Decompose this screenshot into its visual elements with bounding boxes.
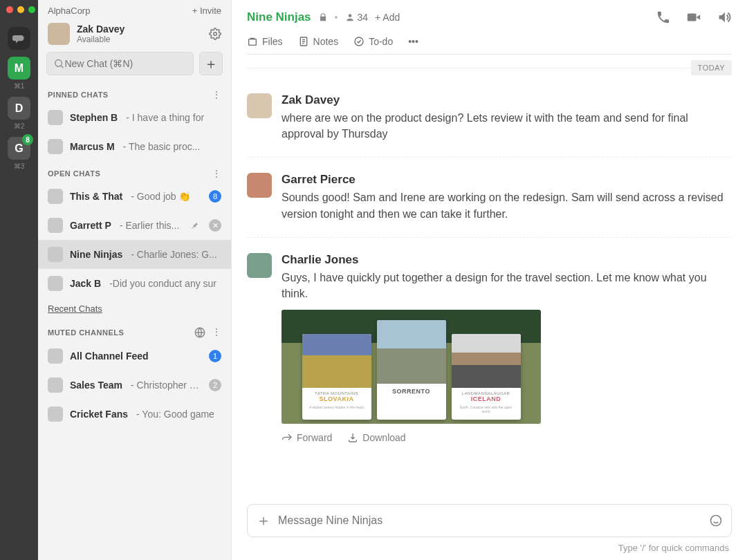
section-muted: MUTED CHANNELS (48, 328, 124, 337)
call-icon[interactable] (656, 10, 671, 25)
workspace-shortcut: ⌘3 (14, 162, 25, 170)
avatar[interactable] (247, 173, 272, 198)
add-member-button[interactable]: + Add (375, 12, 400, 23)
workspace-switch-g[interactable]: G8 (8, 137, 30, 160)
tab-todo[interactable]: To-do (353, 36, 393, 54)
avatar (48, 348, 63, 364)
chat-list-item[interactable]: Garrett P - Earlier this...✕ (38, 211, 231, 240)
avatar (48, 110, 63, 125)
section-pinned: PINNED CHATS (48, 91, 109, 99)
avatar (48, 377, 63, 393)
svg-rect-4 (688, 14, 697, 21)
workspace-shortcut: ⌘1 (14, 82, 25, 90)
forward-button[interactable]: Forward (282, 432, 332, 443)
chat-list-item[interactable]: Jack B -Did you conduct any sur (38, 269, 231, 298)
unread-badge: 2 (209, 379, 221, 391)
message-sender[interactable]: Charlie Jones (282, 253, 732, 267)
avatar (48, 247, 63, 262)
channel-title[interactable]: Nine Ninjas (247, 10, 311, 24)
avatar (48, 139, 63, 154)
chat-item-name: Marcus M (70, 141, 115, 152)
chat-list-item[interactable]: This & That - Good job 👏8 (38, 182, 231, 211)
message-sender[interactable]: Garret Pierce (282, 173, 732, 187)
chat-list-item[interactable]: Nine Ninjas - Charlie Jones: G... (38, 240, 231, 269)
chat-item-preview: - Earlier this... (120, 220, 179, 231)
search-input[interactable] (64, 58, 187, 69)
avatar (48, 218, 63, 233)
close-icon[interactable]: ✕ (209, 219, 221, 232)
chat-item-preview: - Good job 👏 (131, 191, 190, 202)
chat-item-preview: - The basic proc... (123, 141, 201, 152)
workspace-badge: 8 (22, 134, 33, 145)
sidebar: AlphaCorp + Invite Zak Davey Available ＋… (38, 0, 232, 560)
avatar[interactable] (247, 93, 272, 118)
chat-list-item[interactable]: Marcus M - The basic proc... (38, 132, 231, 161)
svg-point-1 (55, 60, 62, 67)
attach-icon[interactable]: ＋ (256, 510, 271, 531)
invite-button[interactable]: + Invite (192, 6, 221, 16)
tab-more-icon[interactable]: ••• (408, 36, 418, 54)
tab-notes[interactable]: Notes (298, 36, 339, 54)
chat-item-name: Sales Team (70, 380, 122, 391)
window-controls[interactable] (6, 6, 35, 13)
avatar (48, 189, 63, 204)
recent-chats-link[interactable]: Recent Chats (38, 298, 231, 319)
chat-item-name: Stephen B (70, 112, 118, 123)
section-menu-icon[interactable]: ⋮ (212, 168, 221, 179)
workspace-switch-m[interactable]: M (8, 57, 30, 80)
svg-point-8 (711, 516, 721, 526)
section-menu-icon[interactable]: ⋮ (212, 89, 221, 100)
chat-item-name: Cricket Fans (70, 409, 128, 420)
chat-item-name: Nine Ninjas (70, 249, 122, 260)
composer-hint: Type '/' for quick commands (232, 543, 747, 560)
section-open: OPEN CHATS (48, 169, 100, 178)
chat-item-preview: - Christopher J: d. (131, 380, 202, 391)
avatar[interactable] (247, 253, 272, 278)
chat-list-item[interactable]: Sales Team - Christopher J: d.2 (38, 371, 231, 400)
chat-item-preview: -Did you conduct any sur (109, 278, 216, 289)
message-text: Sounds good! Sam and Irene are working o… (282, 189, 732, 221)
message-input[interactable] (278, 514, 702, 527)
avatar[interactable] (48, 23, 70, 45)
emoji-icon[interactable] (709, 514, 723, 528)
avatar (48, 407, 63, 422)
profile-status[interactable]: Available (77, 35, 124, 44)
chat-list-item[interactable]: Stephen B - I have a thing for (38, 103, 231, 132)
tab-files[interactable]: Files (247, 36, 283, 54)
download-button[interactable]: Download (347, 432, 405, 443)
chat-item-preview: - I have a thing for (126, 112, 204, 123)
chat-item-preview: - Charlie Jones: G... (131, 249, 217, 260)
svg-point-3 (348, 14, 351, 17)
globe-icon[interactable] (194, 326, 206, 339)
app-logo[interactable] (8, 27, 30, 50)
chat-item-preview: - You: Good game (136, 409, 214, 420)
video-icon[interactable] (686, 10, 701, 25)
settings-icon[interactable] (209, 28, 221, 40)
message-text: Guys, I have quickly put together a desi… (282, 270, 732, 301)
workspace-switch-d[interactable]: D (8, 97, 30, 120)
message-composer[interactable]: ＋ (247, 504, 732, 537)
lock-icon (318, 12, 328, 22)
member-count[interactable]: 34 (345, 12, 369, 23)
attachment-preview[interactable]: TATRA MOUNTAINSSLOVAKIAA wildest beauty … (282, 310, 541, 424)
section-menu-icon[interactable]: ⋮ (212, 326, 221, 339)
new-chat-button[interactable]: ＋ (199, 52, 223, 75)
search-input-wrap[interactable] (46, 52, 194, 75)
chat-list-item[interactable]: Cricket Fans - You: Good game (38, 400, 231, 429)
volume-icon[interactable] (717, 10, 732, 25)
pin-icon[interactable] (190, 221, 199, 230)
svg-rect-5 (249, 39, 257, 46)
chat-item-name: Garrett P (70, 220, 111, 231)
chat-list-item[interactable]: All Channel Feed1 (38, 342, 231, 371)
svg-point-0 (214, 32, 217, 36)
unread-badge: 1 (209, 350, 221, 362)
workspace-name[interactable]: AlphaCorp (48, 6, 90, 16)
workspace-shortcut: ⌘2 (14, 122, 25, 130)
search-icon (53, 57, 64, 70)
chat-item-name: Jack B (70, 278, 101, 289)
message-sender[interactable]: Zak Davey (282, 93, 732, 107)
message: Garret Pierce Sounds good! Sam and Irene… (247, 158, 732, 237)
message: Zak Davey where are we on the product de… (247, 78, 732, 158)
message-text: where are we on the product design? Lets… (282, 110, 732, 142)
message: Charlie Jones Guys, I have quickly put t… (247, 238, 732, 458)
